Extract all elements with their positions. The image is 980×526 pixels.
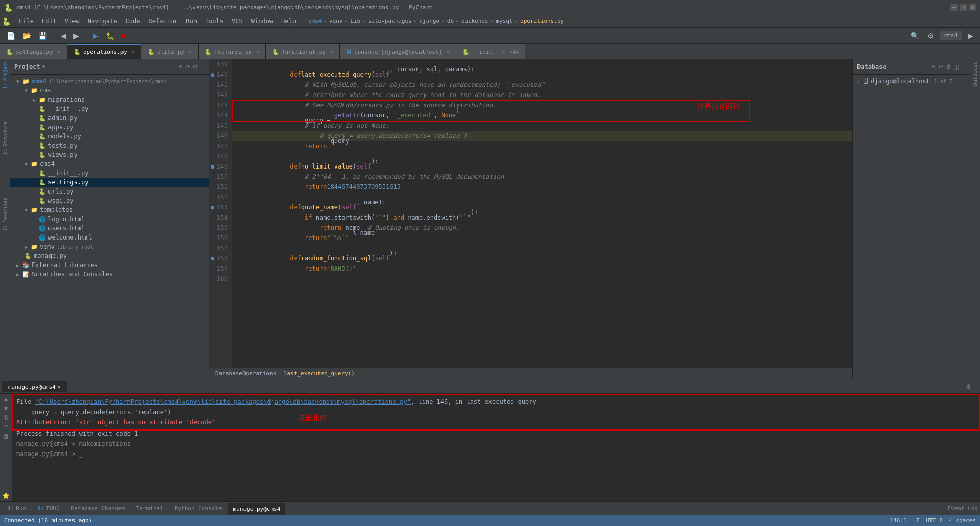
tree-login-html[interactable]: 🌐 login.html bbox=[10, 214, 209, 224]
menu-vcs[interactable]: VCS bbox=[228, 17, 247, 26]
bottom-toolbar-run[interactable]: 4: Run bbox=[2, 503, 31, 515]
event-log-btn[interactable]: Event Log bbox=[947, 505, 978, 512]
tree-tests[interactable]: 🐍 tests.py bbox=[10, 141, 209, 150]
bottom-settings-btn[interactable]: ⚙ bbox=[966, 383, 971, 390]
menu-edit[interactable]: Edit bbox=[38, 17, 61, 26]
app-title: cms4 [C:\Users\zhenqian\PycharmProjects\… bbox=[17, 4, 433, 11]
toolbar-debug-btn[interactable]: 🐛 bbox=[103, 30, 117, 41]
tree-urls[interactable]: 🐍 urls.py bbox=[10, 187, 209, 196]
toolbar-stop-btn[interactable]: ■ bbox=[119, 30, 128, 41]
sidebar-dropdown-icon[interactable]: ▼ bbox=[42, 64, 45, 69]
menu-run[interactable]: Run bbox=[182, 17, 201, 26]
bottom-toolbar-python-console[interactable]: Python Console bbox=[169, 503, 227, 515]
tab-settings-close[interactable]: ✕ bbox=[58, 49, 61, 55]
db-refresh-btn[interactable]: ⟳ bbox=[939, 62, 944, 71]
tree-scratches[interactable]: ▶ 📝 Scratches and Consoles bbox=[10, 270, 209, 279]
tree-apps[interactable]: 🐍 apps.py bbox=[10, 123, 209, 132]
tab-utils-close[interactable]: ✕ bbox=[189, 49, 192, 55]
sidebar-add-btn[interactable]: ＋ bbox=[177, 62, 183, 71]
db-tree: ✓ 🗄 django@localhost 1 of 7 bbox=[853, 75, 970, 88]
sidebar-settings-btn[interactable]: ⚙ bbox=[192, 62, 198, 71]
tree-settings[interactable]: 🐍 settings.py bbox=[10, 178, 209, 187]
tab-utils[interactable]: 🐍 utils.py ✕ bbox=[141, 44, 199, 59]
toolbar-new-btn[interactable]: 📄 bbox=[4, 30, 18, 41]
console-trash-btn[interactable]: 🗑 bbox=[3, 433, 9, 440]
menu-file[interactable]: File bbox=[15, 17, 38, 26]
db-minimize-btn[interactable]: ─ bbox=[961, 62, 966, 71]
tree-cms-folder[interactable]: ▼ 📁 cms bbox=[10, 86, 209, 95]
tree-views[interactable]: 🐍 views.py bbox=[10, 150, 209, 159]
bottom-tab-manage-close[interactable]: ✕ bbox=[58, 384, 61, 390]
tree-cms4-init[interactable]: 🐍 __init__.py bbox=[10, 169, 209, 178]
tree-models[interactable]: 🐍 models.py bbox=[10, 132, 209, 141]
db-add-btn[interactable]: ＋ bbox=[930, 62, 937, 71]
console-down-btn[interactable]: ▼ bbox=[3, 405, 9, 412]
tree-migrations-folder[interactable]: ▶ 📁 migrations bbox=[10, 95, 209, 104]
tree-venv-folder[interactable]: ▶ 📁 venv library root bbox=[10, 242, 209, 251]
toolbar-forward-btn[interactable]: ▶ bbox=[71, 30, 82, 41]
menu-tools[interactable]: Tools bbox=[201, 17, 228, 26]
bottom-toolbar-db-changes[interactable]: Database Changes bbox=[66, 503, 130, 515]
sidebar-minimize-btn[interactable]: ─ bbox=[200, 62, 205, 71]
console-star-btn[interactable]: ⭐ bbox=[2, 492, 10, 499]
tree-wsgi[interactable]: 🐍 wsgi.py bbox=[10, 196, 209, 205]
menu-refactor[interactable]: Refactor bbox=[144, 17, 182, 26]
tree-users-html[interactable]: 🌐 users.html bbox=[10, 224, 209, 233]
database-side-icon[interactable]: Database bbox=[972, 61, 978, 86]
toolbar-open-btn[interactable]: 📂 bbox=[20, 30, 34, 41]
toolbar-run-config-btn[interactable]: ▶ bbox=[965, 30, 976, 41]
menu-window[interactable]: Window bbox=[247, 17, 277, 26]
tab-console-close[interactable]: ✕ bbox=[447, 49, 450, 55]
db-layout-btn[interactable]: ◫ bbox=[953, 62, 959, 71]
minimize-button[interactable]: ─ bbox=[950, 4, 958, 11]
code-line-155: return name # Quoting once is enough. bbox=[232, 223, 852, 233]
tab-settings[interactable]: 🐍 settings.py ✕ bbox=[0, 44, 67, 59]
toolbar-save-btn[interactable]: 💾 bbox=[36, 30, 50, 41]
bottom-toolbar-todo[interactable]: 6: TODO bbox=[32, 503, 65, 515]
tab-operations-close[interactable]: ✕ bbox=[132, 49, 135, 55]
bottom-toolbar-terminal[interactable]: Terminal bbox=[131, 503, 168, 515]
console-up-btn[interactable]: ▲ bbox=[3, 396, 9, 403]
tree-cms4-folder[interactable]: ▼ 📁 cms4 bbox=[10, 159, 209, 169]
db-item-django[interactable]: ✓ 🗄 django@localhost 1 of 7 bbox=[857, 77, 966, 86]
tree-welcome-html[interactable]: 🌐 welcome.html bbox=[10, 233, 209, 242]
toolbar-run-btn[interactable]: ▶ bbox=[90, 30, 101, 41]
tab-init[interactable]: 🐍 __init__ ✕ »44 bbox=[456, 44, 525, 59]
bottom-tab-manage[interactable]: manage.py@cms4 ✕ bbox=[2, 381, 67, 392]
bottom-minimize-btn[interactable]: ─ bbox=[973, 383, 978, 390]
console-file-link[interactable]: "C:\Users\zhenqian\PycharmProjects\cms4\… bbox=[35, 397, 411, 407]
menu-navigate[interactable]: Navigate bbox=[84, 17, 121, 26]
sidebar-sync-btn[interactable]: ⟳ bbox=[185, 62, 190, 71]
menu-help[interactable]: Help bbox=[277, 17, 300, 26]
menu-view[interactable]: View bbox=[61, 17, 84, 26]
tab-functional[interactable]: 🐍 functional.py ✕ bbox=[266, 44, 340, 59]
tab-operations[interactable]: 🐍 operations.py ✕ bbox=[67, 44, 141, 59]
toolbar-back-btn[interactable]: ◀ bbox=[58, 30, 69, 41]
toolbar-gear-btn[interactable]: ⚙ bbox=[925, 30, 937, 41]
code-content[interactable]: 注释掉这两行 def last_executed_query(self, cur… bbox=[232, 59, 852, 368]
close-button[interactable]: ✕ bbox=[969, 4, 976, 11]
tab-console[interactable]: 🗄 console [django@localhost] ✕ bbox=[340, 44, 456, 59]
tab-features-close[interactable]: ✕ bbox=[256, 49, 259, 55]
structure-tab-icon[interactable]: 2: Structure bbox=[3, 122, 8, 155]
tab-features[interactable]: 🐍 features.py ✕ bbox=[199, 44, 266, 59]
console-sort-btn[interactable]: ⇅ bbox=[4, 414, 9, 421]
title-bar: 🐍 cms4 [C:\Users\zhenqian\PycharmProject… bbox=[0, 0, 980, 15]
console-filter-btn[interactable]: ≡ bbox=[4, 423, 8, 431]
status-left: Connected (16 minutes ago) bbox=[4, 517, 92, 524]
tree-templates-folder[interactable]: ▼ 📁 templates bbox=[10, 205, 209, 214]
menu-code[interactable]: Code bbox=[121, 17, 144, 26]
maximize-button[interactable]: □ bbox=[960, 4, 967, 11]
toolbar-search-btn[interactable]: 🔍 bbox=[908, 30, 922, 41]
favorites-tab-icon[interactable]: 2: Favorites bbox=[3, 198, 8, 231]
tab-functional-close[interactable]: ✕ bbox=[330, 49, 333, 55]
tree-root-cms4[interactable]: ▼ 📁 cms4 C:\Users\zhenqian\PycharmProjec… bbox=[10, 77, 209, 86]
run-config-label[interactable]: cms4 bbox=[940, 31, 963, 40]
project-tab-icon[interactable]: 1: Project bbox=[3, 61, 8, 89]
tree-admin[interactable]: 🐍 admin.py bbox=[10, 113, 209, 123]
tree-external-libs[interactable]: ▶ 📚 External Libraries bbox=[10, 260, 209, 270]
db-settings-btn[interactable]: ⚙ bbox=[946, 62, 951, 71]
tree-cms-init[interactable]: 🐍 __init__.py bbox=[10, 104, 209, 113]
tree-manage-py[interactable]: 🐍 manage.py bbox=[10, 251, 209, 260]
bottom-toolbar-manage[interactable]: manage.py@cms4 bbox=[228, 503, 286, 515]
